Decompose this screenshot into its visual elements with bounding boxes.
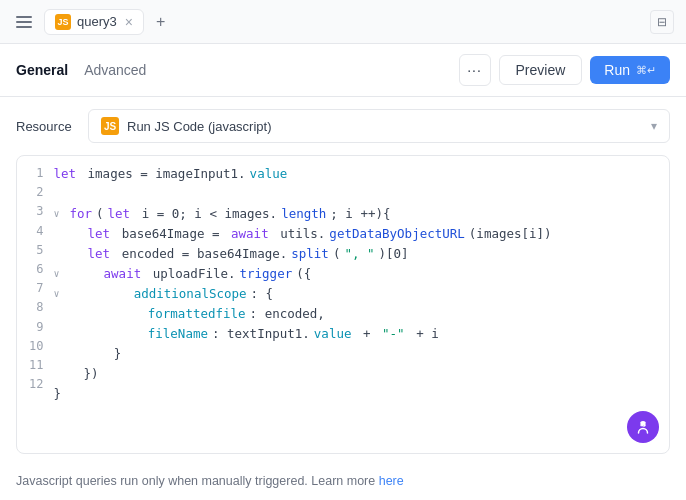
toolbar-actions: ··· Preview Run ⌘↵ [459,54,670,86]
resource-row: Resource JS Run JS Code (javascript) ▾ [16,109,670,143]
svg-point-2 [645,423,647,425]
tab-js-icon: JS [55,14,71,30]
title-bar-right: ⊟ [650,10,674,34]
preview-button[interactable]: Preview [499,55,583,85]
resource-chevron-icon: ▾ [651,119,657,133]
ln-6: 6 [29,260,43,279]
code-line-4: let base64Image = await utils.getDataByO… [53,224,657,244]
ln-5: 5 [29,241,43,260]
title-bar-left: JS query3 × + [12,9,642,35]
minimize-button[interactable]: ⊟ [650,10,674,34]
ln-12: 12 [29,375,43,394]
fold-icon-3[interactable]: ∨ [53,206,65,222]
code-editor[interactable]: 1 2 3 4 5 6 7 8 9 10 11 12 let images = … [16,155,670,454]
ln-2: 2 [29,183,43,202]
fold-icon-6[interactable]: ∨ [53,266,65,282]
code-line-3: ∨ for(let i = 0; i < images.length; i ++… [53,204,657,224]
line-numbers: 1 2 3 4 5 6 7 8 9 10 11 12 [17,164,53,445]
footer-text: Javascript queries run only when manuall… [16,474,375,488]
code-lines: let images = imageInput1.value ∨ for(let… [53,164,669,445]
code-line-1: let images = imageInput1.value [53,164,657,184]
tab-close-icon[interactable]: × [125,15,133,29]
code-line-6: ∨ await uploadFile.trigger({ [53,264,657,284]
ai-assistant-button[interactable] [627,411,659,443]
hamburger-menu-icon[interactable] [12,12,36,32]
main-content: Resource JS Run JS Code (javascript) ▾ 1… [0,97,686,466]
resource-label: Resource [16,119,76,134]
run-button[interactable]: Run ⌘↵ [590,56,670,84]
resource-js-icon: JS [101,117,119,135]
code-line-11: }) [53,364,657,384]
resource-select-text: Run JS Code (javascript) [127,119,643,134]
tab-general[interactable]: General [16,58,68,82]
ln-7: 7 [29,279,43,298]
fold-icon-7[interactable]: ∨ [53,286,65,302]
footer: Javascript queries run only when manuall… [0,466,686,500]
query-tab[interactable]: JS query3 × [44,9,144,35]
toolbar-tabs: General Advanced [16,58,459,82]
code-line-5: let encoded = base64Image.split(", ")[0] [53,244,657,264]
code-line-9: fileName: textInput1.value + "-" + i [53,324,657,344]
run-shortcut: ⌘↵ [636,64,656,77]
ln-8: 8 [29,298,43,317]
run-label: Run [604,62,630,78]
code-line-10: } [53,344,657,364]
title-bar: JS query3 × + ⊟ [0,0,686,44]
code-content: 1 2 3 4 5 6 7 8 9 10 11 12 let images = … [17,156,669,453]
resource-select[interactable]: JS Run JS Code (javascript) ▾ [88,109,670,143]
ln-3: 3 [29,202,43,221]
ln-10: 10 [29,337,43,356]
ln-11: 11 [29,356,43,375]
tab-advanced[interactable]: Advanced [84,58,146,82]
code-line-7: ∨ additionalScope: { [53,284,657,304]
footer-link[interactable]: here [379,474,404,488]
code-line-2 [53,184,657,204]
toolbar: General Advanced ··· Preview Run ⌘↵ [0,44,686,97]
ln-9: 9 [29,318,43,337]
code-line-8: formattedfile: encoded, [53,304,657,324]
add-tab-button[interactable]: + [152,11,169,33]
more-options-button[interactable]: ··· [459,54,491,86]
ln-4: 4 [29,222,43,241]
code-line-12: } [53,384,657,404]
tab-label: query3 [77,14,117,29]
ln-1: 1 [29,164,43,183]
svg-point-1 [639,423,641,425]
